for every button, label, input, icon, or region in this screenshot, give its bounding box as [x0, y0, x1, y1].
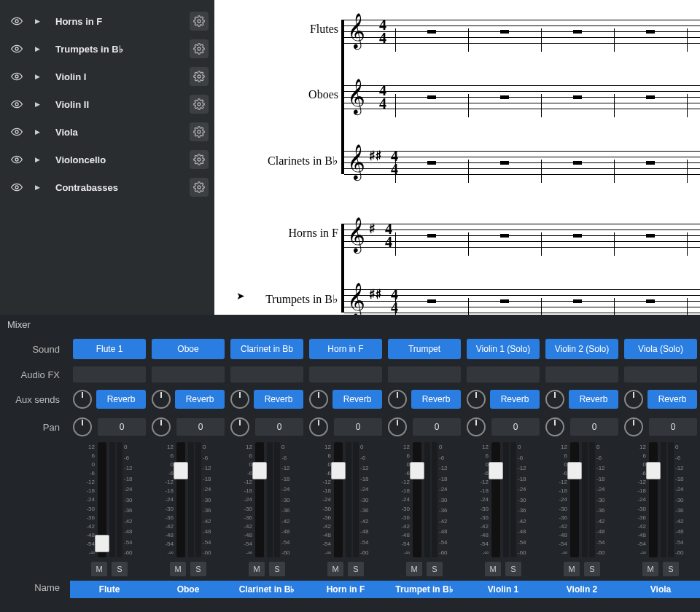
- pan-value[interactable]: 0: [491, 418, 540, 436]
- aux-send-button[interactable]: Reverb: [490, 390, 540, 409]
- sidebar-item[interactable]: ▶Violoncello: [0, 146, 214, 173]
- sidebar-item[interactable]: ▶Contrabasses: [0, 173, 214, 201]
- aux-send-button[interactable]: Reverb: [332, 390, 382, 409]
- fader-handle[interactable]: [646, 462, 661, 479]
- mute-button[interactable]: M: [642, 562, 658, 576]
- settings-gear-icon[interactable]: [190, 39, 209, 58]
- fader-handle[interactable]: [410, 462, 424, 479]
- sound-select-button[interactable]: Trumpet: [388, 339, 461, 359]
- aux-send-knob[interactable]: [624, 390, 643, 409]
- solo-button[interactable]: S: [112, 562, 128, 576]
- pan-knob[interactable]: [152, 417, 171, 436]
- sidebar-item[interactable]: ▶Viola: [0, 118, 214, 146]
- aux-send-button[interactable]: Reverb: [648, 390, 697, 409]
- staff-row[interactable]: Oboes𝄞44: [214, 76, 700, 113]
- solo-button[interactable]: S: [190, 562, 206, 576]
- expand-triangle-icon[interactable]: ▶: [31, 17, 44, 25]
- pan-value[interactable]: 0: [649, 418, 697, 436]
- sound-select-button[interactable]: Clarinet in Bb: [230, 339, 303, 359]
- aux-send-knob[interactable]: [73, 390, 92, 409]
- aux-send-button[interactable]: Reverb: [175, 390, 225, 409]
- aux-send-knob[interactable]: [230, 390, 249, 409]
- expand-triangle-icon[interactable]: ▶: [31, 156, 44, 163]
- mute-button[interactable]: M: [170, 562, 186, 576]
- solo-button[interactable]: S: [584, 562, 600, 576]
- solo-button[interactable]: S: [663, 562, 679, 576]
- fader-track[interactable]: [255, 442, 264, 557]
- visibility-eye-icon[interactable]: [10, 43, 23, 55]
- fader-track[interactable]: [98, 442, 106, 557]
- fader-handle[interactable]: [252, 462, 267, 479]
- solo-button[interactable]: S: [269, 562, 285, 576]
- visibility-eye-icon[interactable]: [10, 71, 23, 82]
- aux-send-button[interactable]: Reverb: [411, 390, 461, 409]
- fader-handle[interactable]: [567, 462, 582, 479]
- channel-name[interactable]: Horn in F: [306, 581, 385, 598]
- fader-track[interactable]: [491, 442, 500, 557]
- pan-value[interactable]: 0: [98, 418, 146, 436]
- audio-fx-slot[interactable]: [388, 366, 461, 382]
- pan-knob[interactable]: [309, 417, 328, 436]
- staff-row[interactable]: Clarinets in B♭𝄞♯♯44: [214, 142, 700, 178]
- fader-track[interactable]: [334, 442, 343, 557]
- channel-name[interactable]: Trumpet in B♭: [385, 581, 464, 598]
- mute-button[interactable]: M: [327, 562, 343, 576]
- channel-name[interactable]: Violin 2: [542, 581, 621, 598]
- sound-select-button[interactable]: Oboe: [152, 339, 225, 359]
- visibility-eye-icon[interactable]: [10, 126, 23, 138]
- settings-gear-icon[interactable]: [190, 178, 209, 197]
- aux-send-knob[interactable]: [467, 390, 486, 409]
- visibility-eye-icon[interactable]: [10, 181, 23, 193]
- pan-knob[interactable]: [230, 417, 249, 436]
- pan-value[interactable]: 0: [334, 418, 382, 436]
- settings-gear-icon[interactable]: [190, 122, 209, 141]
- settings-gear-icon[interactable]: [190, 12, 209, 31]
- audio-fx-slot[interactable]: [467, 366, 540, 382]
- solo-button[interactable]: S: [348, 562, 364, 576]
- pan-knob[interactable]: [624, 417, 643, 436]
- fader-handle[interactable]: [331, 462, 346, 479]
- audio-fx-slot[interactable]: [545, 366, 618, 382]
- channel-name[interactable]: Clarinet in B♭: [228, 581, 306, 598]
- sound-select-button[interactable]: Viola (Solo): [624, 339, 697, 359]
- visibility-eye-icon[interactable]: [10, 15, 23, 27]
- sound-select-button[interactable]: Horn in F: [309, 339, 382, 359]
- audio-fx-slot[interactable]: [309, 366, 382, 382]
- sound-select-button[interactable]: Violin 1 (Solo): [467, 339, 540, 359]
- mute-button[interactable]: M: [249, 562, 265, 576]
- sidebar-item[interactable]: ▶Violin II: [0, 90, 214, 118]
- pan-value[interactable]: 0: [570, 418, 618, 436]
- channel-name[interactable]: Oboe: [149, 581, 228, 598]
- aux-send-knob[interactable]: [309, 390, 328, 409]
- mute-button[interactable]: M: [564, 562, 580, 576]
- expand-triangle-icon[interactable]: ▶: [31, 128, 44, 136]
- audio-fx-slot[interactable]: [152, 366, 225, 382]
- expand-triangle-icon[interactable]: ▶: [31, 101, 44, 108]
- aux-send-knob[interactable]: [545, 390, 564, 409]
- aux-send-button[interactable]: Reverb: [254, 390, 303, 409]
- sidebar-item[interactable]: ▶Trumpets in B♭: [0, 35, 214, 63]
- score-canvas[interactable]: ➤ Flutes𝄞44Oboes𝄞44Clarinets in B♭𝄞♯♯44H…: [214, 0, 700, 315]
- audio-fx-slot[interactable]: [624, 366, 697, 382]
- fader-track[interactable]: [413, 442, 421, 557]
- staff-row[interactable]: Trumpets in B♭𝄞♯♯44: [214, 280, 700, 315]
- settings-gear-icon[interactable]: [190, 95, 209, 114]
- aux-send-knob[interactable]: [152, 390, 171, 409]
- sidebar-item[interactable]: ▶Horns in F: [0, 7, 214, 35]
- solo-button[interactable]: S: [505, 562, 521, 576]
- expand-triangle-icon[interactable]: ▶: [31, 184, 44, 191]
- pan-knob[interactable]: [467, 417, 486, 436]
- channel-name[interactable]: Flute: [70, 581, 149, 598]
- aux-send-button[interactable]: Reverb: [96, 390, 146, 409]
- fader-track[interactable]: [176, 442, 185, 557]
- aux-send-knob[interactable]: [388, 390, 407, 409]
- channel-name[interactable]: Viola: [621, 581, 700, 598]
- sound-select-button[interactable]: Violin 2 (Solo): [545, 339, 618, 359]
- expand-triangle-icon[interactable]: ▶: [31, 73, 44, 80]
- pan-knob[interactable]: [545, 417, 564, 436]
- expand-triangle-icon[interactable]: ▶: [31, 45, 44, 52]
- mute-button[interactable]: M: [406, 562, 422, 576]
- channel-name[interactable]: Violin 1: [464, 581, 542, 598]
- audio-fx-slot[interactable]: [73, 366, 146, 382]
- staff-row[interactable]: Flutes𝄞44: [214, 11, 700, 47]
